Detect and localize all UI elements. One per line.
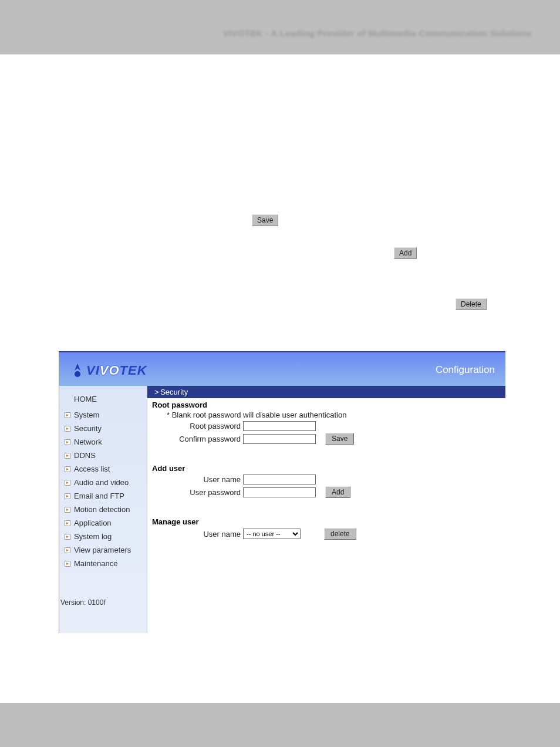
delete-button[interactable]: delete bbox=[324, 528, 356, 540]
sidebar-item-label: Application bbox=[74, 519, 112, 527]
user-select-dropdown[interactable]: -- no user -- bbox=[243, 529, 301, 539]
sidebar-item-label: Access list bbox=[74, 465, 110, 473]
arrow-right-icon: ▸ bbox=[65, 453, 70, 459]
root-password-input[interactable] bbox=[243, 421, 316, 431]
sidebar-item-label: Security bbox=[74, 424, 102, 433]
brand-logo: VIVOTEK bbox=[71, 362, 147, 379]
content-panel: > Security Root password * Blank root pa… bbox=[147, 386, 505, 633]
label-user-password: User password bbox=[152, 488, 243, 497]
nav-home[interactable]: HOME bbox=[61, 392, 147, 408]
arrow-right-icon: ▸ bbox=[65, 507, 70, 513]
sidebar-item-email-and-ftp[interactable]: ▸Email and FTP bbox=[61, 489, 147, 503]
sidebar-item-label: Maintenance bbox=[74, 559, 117, 568]
app-header: VIVOTEK Configuration bbox=[59, 352, 505, 386]
sidebar-item-maintenance[interactable]: ▸Maintenance bbox=[61, 557, 147, 570]
sidebar-item-audio-and-video[interactable]: ▸Audio and video bbox=[61, 476, 147, 489]
brand-name: VIVOTEK bbox=[86, 363, 147, 378]
section-add-user: Add user bbox=[152, 464, 501, 473]
sidebar-item-motion-detection[interactable]: ▸Motion detection bbox=[61, 503, 147, 516]
arrow-right-icon: ▸ bbox=[65, 439, 70, 445]
arrow-right-icon: ▸ bbox=[65, 561, 70, 567]
arrow-right-icon: ▸ bbox=[65, 520, 70, 526]
user-password-input[interactable] bbox=[243, 487, 316, 497]
version-label: Version: 0100f bbox=[59, 598, 106, 607]
add-button-inline[interactable]: Add bbox=[394, 247, 417, 259]
page-title: Configuration bbox=[436, 364, 495, 376]
section-root-password: Root password bbox=[152, 401, 501, 409]
sidebar-item-label: View parameters bbox=[74, 546, 131, 554]
user-name-input[interactable] bbox=[243, 475, 316, 484]
sidebar-item-access-list[interactable]: ▸Access list bbox=[61, 462, 147, 476]
arrow-right-icon: ▸ bbox=[65, 412, 70, 418]
sidebar-item-label: Audio and video bbox=[74, 478, 129, 487]
section-manage-user: Manage user bbox=[152, 517, 501, 526]
confirm-password-input[interactable] bbox=[243, 434, 316, 444]
root-password-note: * Blank root password will disable user … bbox=[167, 410, 501, 419]
config-app-window: VIVOTEK Configuration HOME ▸System▸Secur… bbox=[59, 351, 505, 633]
arrow-right-icon: ▸ bbox=[65, 534, 70, 540]
sidebar-item-label: DDNS bbox=[74, 451, 96, 460]
sidebar-item-label: System log bbox=[74, 532, 112, 541]
sidebar-nav: HOME ▸System▸Security▸Network▸DDNS▸Acces… bbox=[59, 386, 147, 633]
vivotek-logo-icon bbox=[71, 362, 84, 379]
sidebar-item-network[interactable]: ▸Network bbox=[61, 435, 147, 449]
arrow-right-icon: ▸ bbox=[65, 493, 70, 499]
sidebar-item-label: System bbox=[74, 410, 99, 419]
svg-point-0 bbox=[75, 371, 80, 377]
sidebar-item-ddns[interactable]: ▸DDNS bbox=[61, 449, 147, 462]
page-header-band: VIVOTEK - A Leading Provider of Multimed… bbox=[0, 0, 560, 54]
label-root-password: Root password bbox=[152, 422, 243, 430]
add-button[interactable]: Add bbox=[325, 486, 350, 498]
sidebar-item-security[interactable]: ▸Security bbox=[61, 422, 147, 435]
save-button[interactable]: Save bbox=[325, 433, 354, 445]
arrow-right-icon: ▸ bbox=[65, 547, 70, 553]
arrow-right-icon: ▸ bbox=[65, 480, 70, 486]
sidebar-item-system-log[interactable]: ▸System log bbox=[61, 530, 147, 543]
arrow-right-icon: ▸ bbox=[65, 426, 70, 432]
sidebar-item-label: Email and FTP bbox=[74, 492, 124, 500]
sidebar-item-system[interactable]: ▸System bbox=[61, 408, 147, 422]
save-button-inline[interactable]: Save bbox=[252, 214, 278, 226]
label-user-name: User name bbox=[152, 475, 243, 484]
header-blurred-text: VIVOTEK - A Leading Provider of Multimed… bbox=[223, 28, 532, 38]
breadcrumb: > Security bbox=[147, 386, 505, 398]
page-footer-band bbox=[0, 703, 560, 747]
delete-button-inline[interactable]: Delete bbox=[456, 298, 487, 310]
label-manage-user-name: User name bbox=[152, 530, 243, 539]
sidebar-item-label: Motion detection bbox=[74, 505, 130, 514]
sidebar-item-view-parameters[interactable]: ▸View parameters bbox=[61, 543, 147, 557]
arrow-right-icon: ▸ bbox=[65, 466, 70, 472]
page-body: Save Add Delete VIVOTEK Configuration HO… bbox=[0, 54, 560, 703]
sidebar-item-label: Network bbox=[74, 438, 102, 446]
sidebar-item-application[interactable]: ▸Application bbox=[61, 516, 147, 530]
label-confirm-password: Confirm password bbox=[152, 435, 243, 443]
